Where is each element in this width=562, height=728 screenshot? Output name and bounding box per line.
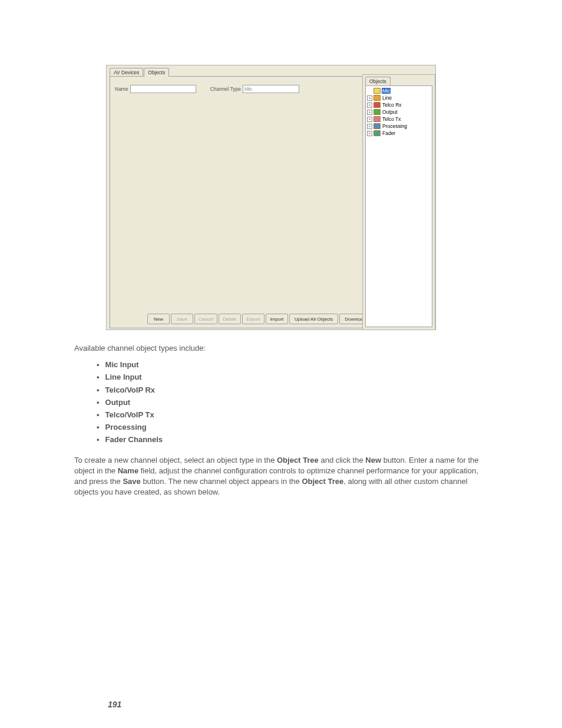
tree-label: Telco Rx xyxy=(382,102,402,108)
list-item: Processing xyxy=(74,422,492,433)
telco-tx-icon xyxy=(373,116,381,122)
list-item: Output xyxy=(74,397,492,408)
list-item: Mic Input xyxy=(74,360,492,370)
channel-type-input[interactable] xyxy=(243,85,299,93)
list-item: Telco/VoIP Rx xyxy=(74,385,492,396)
delete-button[interactable]: Delete xyxy=(219,314,241,324)
page-number: 191 xyxy=(108,700,121,709)
tree-label: Processing xyxy=(382,123,408,129)
name-input[interactable] xyxy=(130,85,196,93)
objects-panel: Objects + Mic + Line + Telco Rx + Output… xyxy=(362,74,435,330)
tree-item-processing[interactable]: + Processing xyxy=(367,123,431,130)
expander-icon[interactable]: + xyxy=(367,95,372,101)
tree-label: Mic xyxy=(382,88,391,94)
export-button[interactable]: Export xyxy=(242,314,265,324)
import-button[interactable]: Import xyxy=(266,314,288,324)
tree-item-output[interactable]: + Output xyxy=(367,108,431,116)
list-item: Line Input xyxy=(74,372,492,383)
new-button[interactable]: New xyxy=(147,314,170,324)
expander-icon[interactable]: + xyxy=(367,124,372,129)
processing-icon xyxy=(373,123,381,129)
tree-item-line[interactable]: + Line xyxy=(367,94,431,101)
output-icon xyxy=(373,109,381,115)
document-body: Available channel object types include: … xyxy=(74,343,492,503)
name-label: Name xyxy=(115,86,128,92)
tree-label: Line xyxy=(382,95,392,101)
channel-type-label: Channel Type xyxy=(210,86,241,92)
expander-icon[interactable]: + xyxy=(367,117,372,122)
telco-rx-icon xyxy=(373,102,381,108)
intro-paragraph: Available channel object types include: xyxy=(74,343,492,354)
save-button[interactable]: Save xyxy=(171,314,193,324)
tab-object-tree[interactable]: Objects xyxy=(365,77,391,85)
upload-all-button[interactable]: Upload All Objects xyxy=(289,314,338,324)
type-list: Mic Input Line Input Telco/VoIP Rx Outpu… xyxy=(74,360,492,445)
mic-icon xyxy=(373,88,381,94)
tree-item-telco-tx[interactable]: + Telco Tx xyxy=(367,116,431,123)
objects-tab-bar: Objects xyxy=(363,75,435,85)
expander-icon[interactable]: + xyxy=(367,110,372,115)
tree-label: Output xyxy=(382,109,398,115)
fader-icon xyxy=(373,130,381,136)
tab-objects[interactable]: Objects xyxy=(144,68,169,77)
tree-item-fader[interactable]: + Fader xyxy=(367,130,431,137)
tree-item-telco-rx[interactable]: + Telco Rx xyxy=(367,101,431,108)
expander-icon: + xyxy=(367,88,372,94)
instruction-paragraph: To create a new channel object, select a… xyxy=(74,455,492,498)
list-item: Telco/VoIP Tx xyxy=(74,410,492,420)
line-icon xyxy=(373,95,381,101)
cancel-button[interactable]: Cancel xyxy=(194,314,217,324)
tab-av-devices[interactable]: AV Devices xyxy=(110,68,143,77)
tree-item-mic[interactable]: + Mic xyxy=(367,87,431,94)
expander-icon[interactable]: + xyxy=(367,131,372,136)
tree-label: Fader xyxy=(382,130,396,136)
list-item: Fader Channels xyxy=(74,434,492,445)
tree-label: Telco Tx xyxy=(382,116,402,122)
expander-icon[interactable]: + xyxy=(367,103,372,108)
object-tree[interactable]: + Mic + Line + Telco Rx + Output + Telco… xyxy=(365,85,432,327)
